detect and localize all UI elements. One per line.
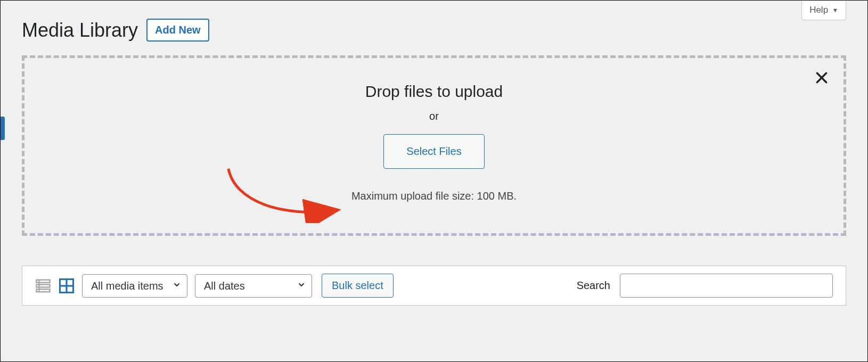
dropzone-or: or [35,110,833,122]
dropzone-heading: Drop files to upload [35,83,833,101]
close-icon[interactable] [815,71,829,87]
filter-media-type-select[interactable]: All media items [82,274,187,298]
left-accent-bar [1,117,5,140]
media-toolbar: All media items All dates Bulk select Se… [22,266,846,306]
upload-dropzone[interactable]: Drop files to upload or Select Files Max… [22,55,846,236]
add-new-button[interactable]: Add New [146,19,209,42]
help-label: Help [809,5,828,15]
filter-dates-select[interactable]: All dates [195,274,312,298]
page: Help ▼ Media Library Add New Drop files … [0,0,868,362]
page-title: Media Library [22,19,138,42]
bulk-select-button[interactable]: Bulk select [322,274,394,298]
filter-dates[interactable]: All dates [195,274,312,298]
grid-view-icon[interactable] [59,278,75,294]
list-view-icon[interactable] [35,278,51,294]
header: Media Library Add New [22,1,846,55]
select-files-button[interactable]: Select Files [383,134,484,169]
filter-media-type[interactable]: All media items [82,274,187,298]
max-upload-size-text: Maximum upload file size: 100 MB. [35,190,833,202]
search-label: Search [577,279,610,292]
search-input[interactable] [620,274,833,298]
caret-down-icon: ▼ [832,7,838,13]
help-tab[interactable]: Help ▼ [801,1,846,20]
